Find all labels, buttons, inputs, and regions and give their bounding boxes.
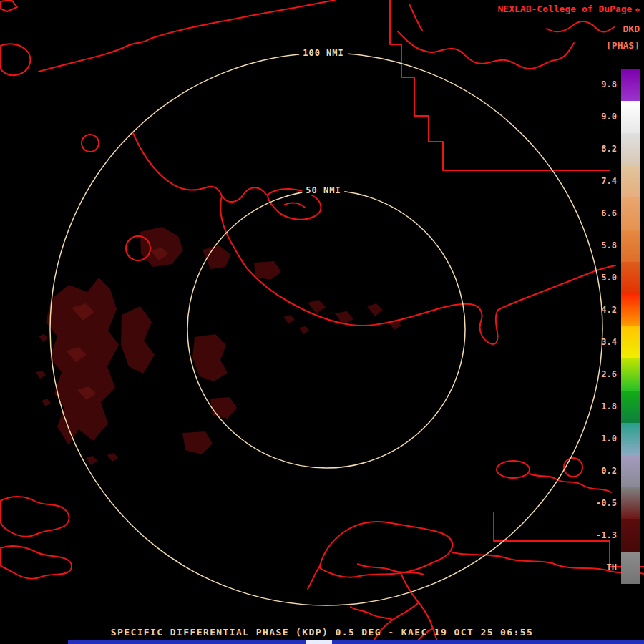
colorbar-label: -1.3 — [592, 519, 621, 551]
echo-blob — [254, 261, 281, 280]
radar-map-canvas — [0, 0, 644, 644]
echo-blob — [140, 227, 183, 267]
colorbar-cell — [621, 519, 640, 552]
echo-blob — [203, 245, 231, 269]
colorbar-cell — [621, 552, 640, 584]
river-delta — [371, 602, 419, 644]
colorbar-label: 1.8 — [592, 390, 621, 422]
island-outline — [0, 44, 30, 75]
colorbar-cell — [621, 358, 640, 391]
echo-blob — [210, 397, 237, 419]
radar-display: 100 NMI 50 NMI NEXLAB-College of DuPage❖… — [0, 0, 644, 644]
colorbar-label: -0.5 — [592, 487, 621, 519]
colorbar-label: 2.6 — [592, 358, 621, 390]
echo-speckle — [39, 334, 48, 342]
island-outline — [0, 0, 17, 11]
brand-line: NEXLAB-College of DuPage❖ — [498, 4, 640, 15]
coastline-line — [308, 566, 320, 589]
title-block: NEXLAB-College of DuPage❖ DKD [PHAS] — [498, 4, 640, 51]
colorbar-label: 9.8 — [592, 68, 621, 100]
range-ring-label-100nmi: 100 NMI — [299, 48, 348, 58]
echo-blob — [182, 431, 213, 454]
river-delta — [351, 607, 393, 620]
cod-logo-icon: ❖ — [635, 5, 640, 14]
echo-speckle — [107, 453, 118, 462]
kdp-color-scale: 9.89.08.27.46.65.85.04.23.42.61.81.00.2-… — [592, 69, 640, 584]
lake-outline — [564, 458, 582, 477]
echo-speckle — [86, 456, 97, 465]
colorbar-cell — [621, 262, 640, 294]
colorbar-labels: 9.89.08.27.46.65.85.04.23.42.61.81.00.2-… — [592, 68, 621, 583]
colorbar-label: 4.2 — [592, 293, 621, 326]
island-detail — [285, 203, 305, 208]
echo-speckle — [299, 326, 309, 334]
echo-speckle — [308, 300, 326, 313]
colorbar-label: 1.0 — [592, 422, 621, 454]
colorbar-label: 6.6 — [592, 197, 621, 229]
radar-echoes — [36, 227, 401, 465]
echo-speckle — [283, 315, 295, 323]
colorbar-cell — [621, 197, 640, 230]
brand-text: NEXLAB-College of DuPage — [498, 4, 633, 14]
colorbar-label: 8.2 — [592, 132, 621, 165]
echo-blob — [121, 306, 155, 374]
product-tag: [PHAS] — [498, 41, 640, 51]
colorbar-cell — [621, 133, 640, 165]
island-outline — [0, 546, 72, 578]
colorbar-cell — [621, 230, 640, 262]
horizontal-scrollbar[interactable] — [68, 640, 644, 644]
colorbar-cell — [621, 101, 640, 133]
product-code: DKD — [498, 24, 640, 34]
colorbar-label: 5.8 — [592, 229, 621, 261]
colorbar-cell — [621, 423, 640, 455]
echo-blob — [46, 278, 119, 445]
colorbar-cell — [621, 69, 640, 101]
range-ring-label-50nmi: 50 NMI — [302, 185, 344, 195]
colorbar-cell — [621, 487, 640, 519]
colorbar-label: 7.4 — [592, 165, 621, 197]
colorbar-label: 0.2 — [592, 454, 621, 487]
colorbar-cell — [621, 165, 640, 197]
colorbar-label: 3.4 — [592, 326, 621, 358]
colorbar-cell — [621, 455, 640, 487]
river-line — [409, 4, 422, 30]
colorbar-label: 9.0 — [592, 100, 621, 132]
scrollbar-thumb[interactable] — [306, 640, 332, 644]
echo-speckle — [36, 371, 46, 379]
colorbar-cell — [621, 391, 640, 423]
colorbar-label: TH — [592, 551, 621, 583]
colorbar-cell — [621, 294, 640, 326]
colorbar-label: 5.0 — [592, 261, 621, 293]
colorbar-cells — [621, 69, 640, 584]
echo-speckle — [42, 399, 51, 406]
lake-outline — [497, 461, 530, 478]
echo-blob — [192, 334, 228, 381]
range-ring-50nmi — [187, 190, 465, 468]
coastline-arc — [39, 0, 335, 72]
product-caption: SPECIFIC DIFFERENTIAL PHASE (KDP) 0.5 DE… — [0, 627, 644, 638]
lake-detail — [358, 564, 424, 575]
lake-outline — [82, 135, 99, 152]
colorbar-cell — [621, 326, 640, 358]
island-outline — [0, 497, 69, 537]
echo-speckle — [367, 303, 383, 316]
